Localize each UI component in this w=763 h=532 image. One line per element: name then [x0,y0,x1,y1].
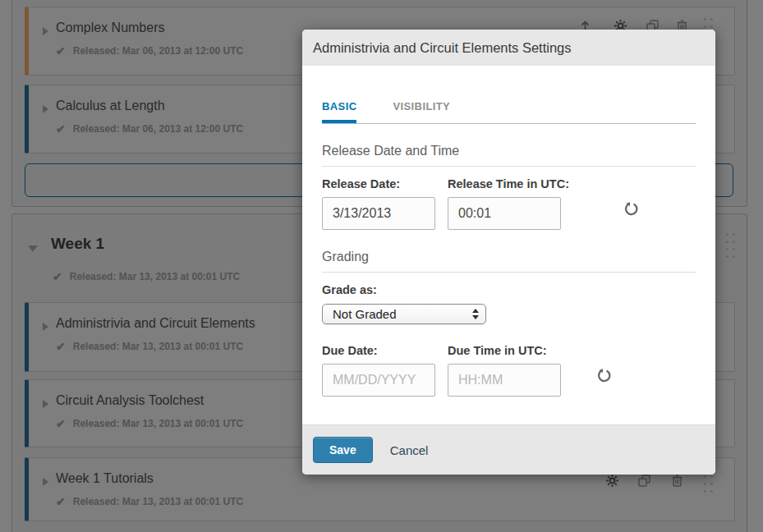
release-date-label: Release Date: [322,177,435,190]
release-section-heading: Release Date and Time [322,144,696,167]
due-time-input[interactable] [448,364,561,397]
grade-as-field: Grade as: Not Graded [322,283,696,324]
settings-modal: Administrivia and Circuit Elements Setti… [302,30,715,475]
select-stepper-icon [472,309,479,319]
modal-body: BASIC VISIBILITY Release Date and Time R… [302,66,715,424]
due-date-label: Due Date: [322,344,435,357]
reset-release-date-icon[interactable] [623,201,639,230]
release-fields: Release Date: Release Time in UTC: [322,177,696,230]
tab-basic[interactable]: BASIC [322,100,356,123]
release-time-label: Release Time in UTC: [448,177,569,190]
course-outline-page: Complex Numbers ✔ Released: Mar 06, 2013… [0,0,763,532]
release-date-input[interactable] [322,197,435,230]
tab-visibility[interactable]: VISIBILITY [393,100,450,123]
grade-as-label: Grade as: [322,283,486,296]
due-fields: Due Date: Due Time in UTC: [322,344,696,397]
grading-section-heading: Grading [322,250,696,273]
grade-as-select[interactable]: Not Graded [322,304,486,324]
save-button[interactable]: Save [313,437,373,463]
due-date-input[interactable] [322,364,435,397]
settings-tabs: BASIC VISIBILITY [322,100,696,124]
modal-footer: Save Cancel [302,424,715,475]
due-time-label: Due Time in UTC: [448,344,561,357]
release-time-input[interactable] [448,197,561,230]
modal-header: Administrivia and Circuit Elements Setti… [302,30,715,66]
cancel-link[interactable]: Cancel [390,443,429,457]
modal-title: Administrivia and Circuit Elements Setti… [313,40,572,56]
grade-as-value: Not Graded [333,307,397,321]
reset-due-date-icon[interactable] [596,368,612,397]
